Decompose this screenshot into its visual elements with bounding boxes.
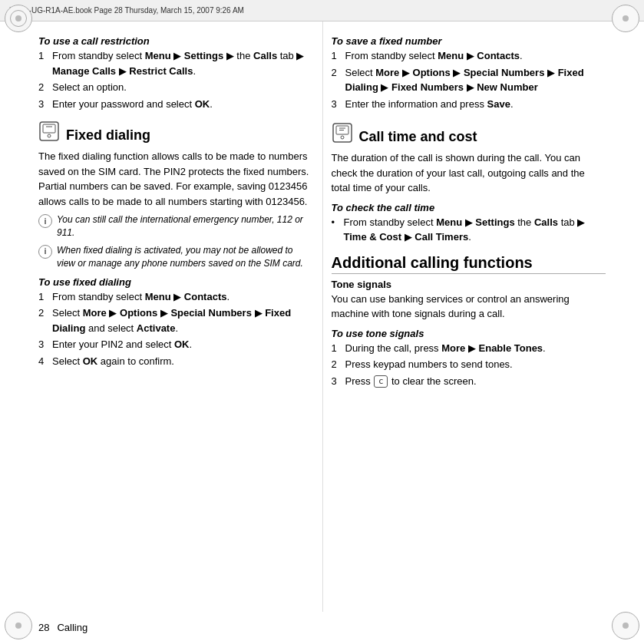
save-fixed-number-section: To save a fixed number 1 From standby se… [332, 35, 606, 111]
tone-signals-body: You can use banking services or control … [332, 292, 606, 322]
step-1: 1 From standby select Menu ▶ Settings ▶ … [38, 48, 313, 78]
fixed-dialing-title: Fixed dialing [66, 127, 150, 144]
tip-2: i When fixed dialing is activated, you m… [38, 244, 313, 270]
ufd-step-3: 3 Enter your PIN2 and select OK. [38, 337, 313, 352]
sfn-step-3: 3 Enter the information and press Save. [332, 97, 606, 112]
cct-bullet-1: From standby select Menu ▶ Settings the … [332, 215, 606, 245]
save-fixed-number-title: To save a fixed number [332, 35, 606, 47]
sfn-step-2: 2 Select More ▶ Options ▶ Special Number… [332, 65, 606, 95]
right-column: To save a fixed number 1 From standby se… [332, 21, 606, 606]
ufd-step-2: 2 Select More ▶ Options ▶ Special Number… [38, 305, 313, 335]
ufd-step-1: 1 From standby select Menu ▶ Contacts. [38, 289, 313, 305]
tip-1: i You can still call the international e… [38, 213, 313, 239]
ufd-step-4: 4 Select OK again to confirm. [38, 354, 313, 369]
page-label: Calling [57, 622, 88, 633]
page-container: Laura-UG-R1A-AE.book Page 28 Thursday, M… [0, 0, 644, 644]
page-bottom: 28 Calling [38, 622, 88, 633]
c-button: c [374, 375, 388, 388]
step-3: 3 Enter your password and select OK. [38, 97, 313, 112]
corner-circle-br [612, 612, 639, 639]
call-restriction-steps: 1 From standby select Menu ▶ Settings ▶ … [38, 48, 313, 111]
call-time-icon [332, 122, 353, 144]
use-fixed-dialing-title: To use fixed dialing [38, 276, 313, 288]
tip-icon-2: i [38, 245, 52, 259]
left-column: To use a call restriction 1 From standby… [38, 21, 313, 606]
use-fixed-dialing-section: To use fixed dialing 1 From standby sele… [38, 276, 313, 369]
tip-2-text: When fixed dialing is activated, you may… [57, 244, 313, 270]
use-fixed-dialing-steps: 1 From standby select Menu ▶ Contacts. 2… [38, 289, 313, 369]
tip-1-text: You can still call the international eme… [57, 213, 313, 239]
call-restriction-section: To use a call restriction 1 From standby… [38, 35, 313, 111]
use-tone-signals-steps: 1 During the call, press More ▶ Enable T… [332, 341, 606, 389]
tip-icon-1: i [38, 214, 52, 228]
column-divider [322, 21, 323, 612]
sfn-step-1: 1 From standby select Menu ▶ Contacts. [332, 48, 606, 64]
check-call-time-title: To check the call time [332, 202, 606, 213]
svg-rect-1 [43, 124, 55, 133]
call-restriction-title: To use a call restriction [38, 35, 313, 47]
call-time-title: Call time and cost [359, 128, 477, 146]
uts-step-2: 2 Press keypad numbers to send tones. [332, 357, 606, 372]
fixed-dialing-icon [38, 121, 60, 142]
corner-circle-tr [612, 5, 639, 32]
page-number: 28 [38, 622, 49, 633]
corner-circle-tl [5, 5, 32, 32]
save-fixed-number-steps: 1 From standby select Menu ▶ Contacts. 2… [332, 48, 606, 111]
step-2: 2 Select an option. [38, 80, 313, 95]
svg-point-2 [48, 134, 51, 137]
fixed-dialing-section: Fixed dialing [38, 121, 313, 147]
svg-point-6 [341, 136, 344, 139]
use-tone-signals-title: To use tone signals [332, 328, 606, 339]
call-time-cost-section: Call time and cost [332, 122, 606, 149]
call-time-body: The duration of the call is shown during… [332, 150, 606, 196]
additional-calling-title: Additional calling functions [332, 254, 606, 274]
uts-step-3: 3 Press c to clear the screen. [332, 374, 606, 389]
uts-step-1: 1 During the call, press More ▶ Enable T… [332, 341, 606, 356]
top-bar: Laura-UG-R1A-AE.book Page 28 Thursday, M… [0, 0, 644, 21]
corner-circle-bl [5, 612, 32, 639]
topbar-text: Laura-UG-R1A-AE.book Page 28 Thursday, M… [9, 6, 244, 15]
check-call-time-section: To check the call time From standby sele… [332, 202, 606, 245]
check-call-time-bullets: From standby select Menu ▶ Settings the … [332, 215, 606, 245]
additional-calling-section: Additional calling functions Tone signal… [332, 254, 606, 389]
fixed-dialing-body: The fixed dialing function allows calls … [38, 149, 313, 209]
tone-signals-title: Tone signals [332, 279, 606, 290]
